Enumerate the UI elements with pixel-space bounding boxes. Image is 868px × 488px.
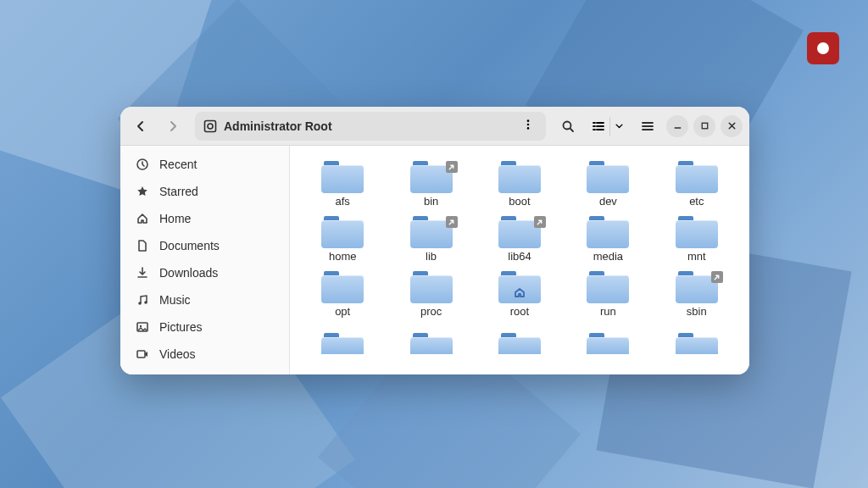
folder-label: root [510,305,529,318]
folder-icon [410,214,453,250]
sidebar-item-label: Music [159,293,191,307]
folder-label: lib [426,250,437,263]
folder-item[interactable] [302,323,383,345]
folder-item[interactable]: run [567,268,648,318]
folder-label: run [600,305,616,318]
folder-item[interactable]: home [302,213,383,263]
sidebar-item-home[interactable]: Home [120,205,289,232]
path-menu-button[interactable] [519,115,537,136]
chevron-right-icon [166,119,180,133]
folder-icon [498,324,541,345]
video-icon [136,347,149,361]
sidebar-item-videos[interactable]: Videos [120,341,289,368]
folder-label: home [329,250,357,263]
folder-item[interactable]: etc [656,158,737,208]
folder-item[interactable]: boot [479,158,560,208]
home-overlay [514,286,526,302]
folder-item[interactable]: lib64 [479,213,560,263]
folder-item[interactable]: opt [302,268,383,318]
folder-item[interactable]: dev [567,158,648,208]
maximize-icon [699,120,710,131]
minimize-button[interactable] [666,115,688,137]
folder-item[interactable] [391,323,472,345]
sidebar-item-label: Documents [159,239,220,252]
folder-item[interactable]: sbin [656,268,737,318]
folder-item[interactable] [656,323,737,345]
folder-icon [587,324,629,345]
folder-icon [321,324,364,345]
svg-point-3 [527,124,530,126]
folder-label: lib64 [508,250,531,263]
folder-item[interactable]: lib [391,213,472,263]
folder-item[interactable]: afs [302,158,383,208]
folder-label: sbin [687,305,707,318]
arrow-link-icon [536,219,543,226]
symlink-badge [446,161,458,173]
folder-label: mnt [687,250,706,263]
folder-item[interactable]: proc [391,268,472,318]
sidebar-item-label: Recent [159,158,197,171]
recent-icon [136,158,149,171]
folder-item[interactable]: bin [391,158,472,208]
maximize-button[interactable] [693,115,715,137]
close-button[interactable] [721,115,743,137]
view-toggle-button[interactable] [587,113,629,140]
sidebar-item-trash[interactable]: Trash [120,368,289,374]
hamburger-menu-button[interactable] [634,113,661,140]
sidebar: RecentStarredHomeDocumentsDownloadsMusic… [120,146,290,374]
sidebar-item-starred[interactable]: Starred [120,178,289,205]
back-button[interactable] [127,113,154,140]
folder-icon [410,324,453,345]
picture-icon [136,320,149,334]
kebab-icon [522,119,534,130]
sidebar-item-label: Starred [159,185,198,198]
list-icon [592,119,605,133]
download-icon [136,266,149,280]
home-mark-icon [514,286,526,298]
sidebar-item-recent[interactable]: Recent [120,151,289,178]
folder-label: proc [420,305,442,318]
disk-icon [203,119,217,133]
sidebar-item-music[interactable]: Music [120,286,289,313]
svg-point-4 [527,127,530,130]
hamburger-icon [641,119,654,133]
folder-label: boot [509,195,530,208]
symlink-badge [446,216,458,228]
path-label: Administrator Root [224,119,332,133]
folder-item[interactable] [567,323,648,345]
folder-label: etc [689,195,704,208]
folder-icon [676,324,718,345]
screen-record-indicator[interactable] [807,32,839,64]
folder-item[interactable] [479,323,560,345]
chevron-left-icon [134,119,147,133]
file-manager-window: Administrator Root RecentStarredHomeDocu… [120,107,749,374]
folder-icon [410,159,453,195]
music-icon [136,293,149,307]
sidebar-item-label: Home [159,212,191,225]
folder-item[interactable]: root [479,268,560,318]
svg-point-2 [527,119,530,122]
folder-icon [676,269,718,305]
sidebar-item-documents[interactable]: Documents [120,232,289,259]
folder-icon [498,159,541,195]
symlink-badge [711,271,723,283]
folder-label: media [593,250,623,263]
svg-rect-6 [702,123,708,129]
folder-icon [321,214,364,250]
forward-button[interactable] [159,113,186,140]
folder-label: bin [424,195,438,208]
folder-icon [498,214,541,250]
arrow-link-icon [448,164,455,171]
sidebar-item-label: Pictures [159,320,203,334]
search-button[interactable] [554,113,581,140]
home-icon [136,212,149,225]
folder-item[interactable]: media [567,213,648,263]
folder-label: dev [599,195,617,208]
sidebar-item-pictures[interactable]: Pictures [120,313,289,341]
folder-label: opt [335,305,350,318]
folder-item[interactable]: mnt [656,213,737,263]
sidebar-item-downloads[interactable]: Downloads [120,259,289,286]
folder-icon [587,269,629,305]
minimize-icon [672,120,683,131]
path-bar[interactable]: Administrator Root [195,112,546,141]
